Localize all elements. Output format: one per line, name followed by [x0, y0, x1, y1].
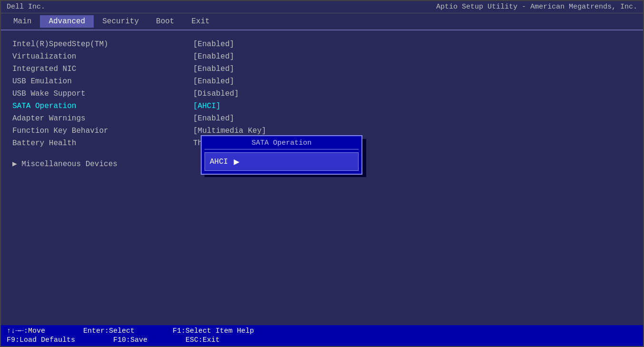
status-bar: ↑↓→←:Move Enter:Select F1:Select Item He… [1, 325, 643, 346]
menu-item-main[interactable]: Main [5, 15, 40, 28]
setting-value-2: [Enabled] [193, 65, 234, 73]
setting-value-6: [Enabled] [193, 114, 234, 123]
misc-devices-label: ▶ Miscellaneous Devices [12, 159, 193, 169]
setting-name-8: Battery Health [12, 139, 193, 148]
title-bar-left: Dell Inc. [7, 3, 45, 11]
setting-row-0[interactable]: Intel(R)SpeedStep(TM) [Enabled] [12, 38, 632, 50]
status-select: Enter:Select [83, 327, 135, 335]
setting-name-0: Intel(R)SpeedStep(TM) [12, 40, 193, 49]
menu-item-exit[interactable]: Exit [183, 15, 218, 28]
setting-name-1: Virtualization [12, 52, 193, 61]
status-save: F10:Save [113, 336, 147, 344]
setting-row-5[interactable]: SATA Operation [AHCI] [12, 100, 632, 112]
setting-name-3: USB Emulation [12, 77, 193, 86]
setting-name-7: Function Key Behavior [12, 127, 193, 135]
setting-name-6: Adapter Warnings [12, 114, 193, 123]
setting-value-5: [AHCI] [193, 102, 221, 110]
popup-option-label: AHCI [210, 158, 228, 166]
main-content: Intel(R)SpeedStep(TM) [Enabled] Virtuali… [1, 30, 643, 325]
sata-popup[interactable]: SATA Operation AHCI ▶ [201, 135, 362, 175]
setting-name-5: SATA Operation [12, 102, 193, 110]
sata-popup-overlay: SATA Operation AHCI ▶ [201, 135, 362, 175]
status-help: F1:Select Item Help [173, 327, 254, 335]
settings-table: Intel(R)SpeedStep(TM) [Enabled] Virtuali… [12, 38, 632, 149]
menu-item-boot[interactable]: Boot [147, 15, 183, 28]
setting-value-1: [Enabled] [193, 52, 234, 61]
setting-value-7: [Multimedia Key] [193, 127, 266, 135]
status-move: ↑↓→←:Move [7, 327, 45, 335]
setting-row-2[interactable]: Integrated NIC [Enabled] [12, 63, 632, 75]
status-row-1: ↑↓→←:Move Enter:Select F1:Select Item He… [7, 327, 637, 335]
menu-bar: Main Advanced Security Boot Exit [1, 13, 643, 30]
status-row-2: F9:Load Defaults F10:Save ESC:Exit [7, 336, 637, 344]
setting-value-0: [Enabled] [193, 40, 234, 49]
status-load-defaults: F9:Load Defaults [7, 336, 75, 344]
setting-row-6[interactable]: Adapter Warnings [Enabled] [12, 112, 632, 125]
popup-arrow-icon: ▶ [234, 156, 239, 168]
setting-name-2: Integrated NIC [12, 65, 193, 73]
title-bar-right: Aptio Setup Utility - American Megatrend… [436, 3, 637, 11]
popup-title: SATA Operation [205, 139, 359, 149]
setting-value-3: [Enabled] [193, 77, 234, 86]
setting-value-4: [Disabled] [193, 89, 239, 98]
menu-item-advanced[interactable]: Advanced [40, 15, 94, 28]
setting-row-4[interactable]: USB Wake Support [Disabled] [12, 88, 632, 100]
title-bar: Dell Inc. Aptio Setup Utility - American… [1, 1, 643, 13]
setting-name-4: USB Wake Support [12, 89, 193, 98]
popup-option-ahci[interactable]: AHCI ▶ [205, 152, 359, 171]
menu-item-security[interactable]: Security [94, 15, 147, 28]
bios-screen: Dell Inc. Aptio Setup Utility - American… [0, 0, 644, 347]
setting-row-3[interactable]: USB Emulation [Enabled] [12, 75, 632, 88]
setting-row-1[interactable]: Virtualization [Enabled] [12, 50, 632, 63]
status-exit: ESC:Exit [185, 336, 220, 344]
